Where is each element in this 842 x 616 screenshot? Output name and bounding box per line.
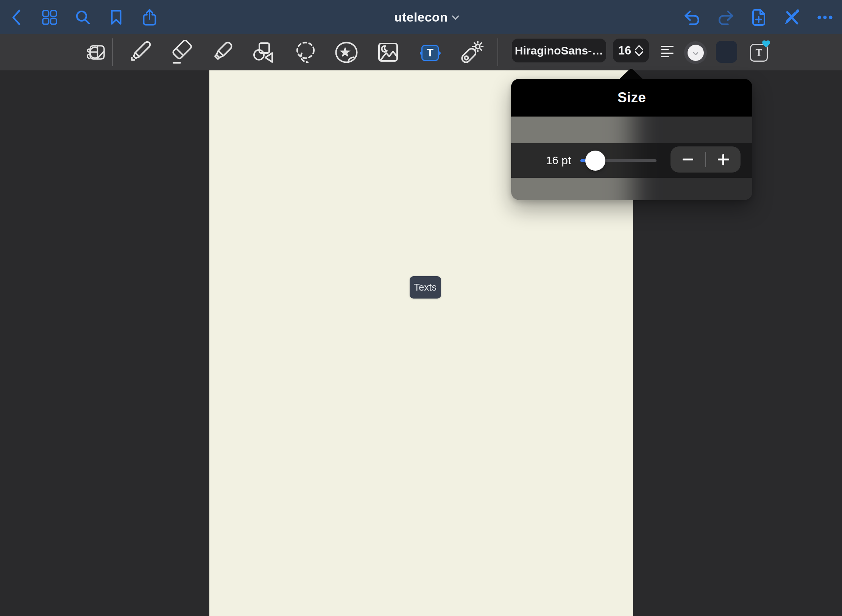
laser-pointer-tool-button[interactable] <box>459 39 485 66</box>
font-family-label: HiraginoSans-… <box>515 44 603 57</box>
elements-sticker-icon <box>335 41 359 64</box>
slider-thumb[interactable] <box>585 151 605 171</box>
app-window: utelecon <box>0 0 842 616</box>
highlighter-tool-button[interactable] <box>207 38 236 67</box>
shapes-tool-button[interactable] <box>252 41 274 64</box>
size-value-label: 16 pt <box>538 143 579 178</box>
size-control-row: 16 pt <box>511 143 752 178</box>
document-title-group[interactable]: utelecon <box>0 0 842 34</box>
top-navigation-bar: utelecon <box>0 0 842 34</box>
font-family-button[interactable]: HiraginoSans-… <box>512 39 606 62</box>
undo-button[interactable] <box>684 10 701 25</box>
pen-tool-button[interactable] <box>125 38 154 67</box>
add-page-icon <box>752 9 766 26</box>
popover-title: Size <box>617 90 646 106</box>
favorite-style-glyph: T <box>755 47 762 59</box>
tool-bar: T <box>0 34 842 70</box>
elements-tool-button[interactable] <box>335 41 359 64</box>
eraser-tool-button[interactable] <box>167 39 194 66</box>
undo-icon <box>684 10 701 25</box>
star-glyph <box>340 47 351 57</box>
laser-pointer-icon <box>459 39 485 66</box>
favorite-heart-icon <box>762 40 770 48</box>
lasso-icon <box>294 40 317 65</box>
more-button[interactable] <box>817 15 833 20</box>
align-line <box>661 46 674 47</box>
document-title: utelecon <box>0 0 842 34</box>
toolbar-divider <box>112 38 113 66</box>
font-size-button[interactable]: 16 <box>613 39 649 62</box>
more-icon <box>817 15 833 20</box>
lasso-tool-button[interactable] <box>294 40 317 65</box>
text-color-button[interactable] <box>684 41 707 64</box>
plus-icon <box>718 154 729 165</box>
shapes-icon <box>252 41 274 64</box>
stepper-chevrons-icon <box>635 44 644 57</box>
increase-size-button[interactable] <box>706 146 741 173</box>
minus-icon <box>683 159 693 160</box>
canvas-text-object[interactable]: Texts <box>410 276 441 299</box>
highlighter-icon <box>207 38 236 67</box>
add-page-button[interactable] <box>752 9 766 26</box>
redo-button[interactable] <box>717 10 734 25</box>
canvas-text-label: Texts <box>414 282 437 293</box>
eraser-icon <box>167 39 194 66</box>
swatch-chevron-down-icon <box>693 52 699 56</box>
popover-arrow <box>619 68 643 79</box>
text-align-button[interactable] <box>661 45 674 58</box>
align-line <box>661 56 669 57</box>
stylus-off-button[interactable] <box>783 9 800 26</box>
stylus-off-icon <box>783 9 800 26</box>
text-tool-glyph: T <box>427 47 433 59</box>
text-tool-button-active[interactable]: T <box>421 45 439 61</box>
decrease-size-button[interactable] <box>670 146 705 173</box>
image-icon <box>378 42 398 62</box>
size-stepper <box>670 146 741 173</box>
panning-mode-icon <box>86 41 108 64</box>
font-size-value: 16 <box>618 44 631 58</box>
size-popover: Size 16 pt <box>511 79 752 200</box>
text-background-swatch[interactable] <box>716 41 737 63</box>
align-line <box>661 53 674 54</box>
align-line <box>661 49 669 50</box>
pen-icon <box>125 38 154 67</box>
size-slider[interactable] <box>580 143 656 178</box>
image-tool-button[interactable] <box>378 42 398 62</box>
panning-mode-button[interactable] <box>86 41 108 64</box>
chevron-down-icon <box>452 15 459 20</box>
redo-icon <box>717 10 734 25</box>
popover-header: Size <box>511 79 752 117</box>
toolbar-divider <box>497 38 498 66</box>
text-color-swatch <box>688 45 704 61</box>
